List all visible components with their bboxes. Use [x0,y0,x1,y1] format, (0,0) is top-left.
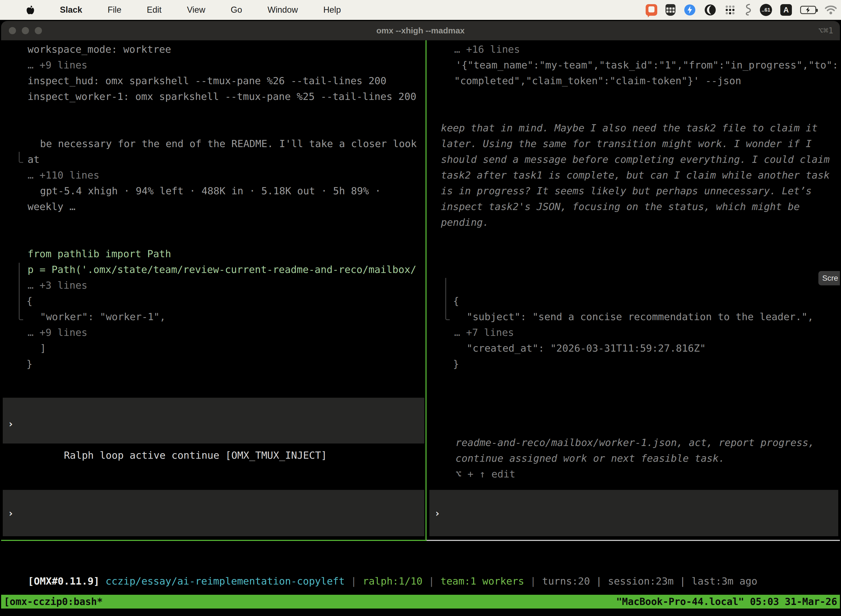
blank-line [428,372,840,387]
injected-message-text: Ralph loop active continue [OMX_TMUX_INJ… [50,450,327,461]
collapsed-lines-indicator: … +3 lines [1,277,425,293]
command-line: cat "$OMX_TEAM_STATE_ROOT/team/review-cu… [428,262,840,277]
thinking-line: task2 after task1 is complete, but can I… [428,167,840,183]
mailbox-message-line: continue assigned work or next feasible … [428,450,840,466]
thinking-line: should send a message before completing … [428,151,840,167]
menu-view[interactable]: View [187,5,205,15]
collapsed-lines-indicator: … +7 lines [428,324,840,340]
badge-61-icon[interactable]: ..61 [760,4,772,16]
tree-connector [19,152,23,163]
collapsed-lines-indicator: … +16 lines [428,41,840,57]
tmux-host-clock: "MacBook-Pro-44.local" 05:03 31-Mar-26 [616,595,837,609]
json-output-line: "created_at": "2026-03-31T11:59:27.816Z" [428,340,840,356]
thinking-line: inspect task2's JSON, focusing on the st… [428,199,840,214]
prompt-input[interactable]: › Improve documentation in @filename [3,490,424,536]
privacy-shield-icon[interactable] [665,4,675,16]
tree-connector [445,278,450,320]
menu-edit[interactable]: Edit [147,5,161,15]
battery-charging-icon[interactable] [800,6,816,14]
command-line: tasks/task-2.json" [428,277,840,293]
json-output-line: { [1,293,425,309]
tmux-pane-right[interactable]: … +16 lines '{"team_name":"my-team","tas… [428,40,840,540]
collapsed-lines-indicator: … +9 lines [1,324,425,340]
prompt-input[interactable]: › Explain this codebase [429,490,838,536]
json-output-line: } [428,356,840,372]
sync-bolt-icon[interactable] [684,4,696,16]
window-title: omx --xhigh --madmax [1,21,840,40]
dot-grid-icon[interactable] [725,4,736,15]
prompt-chevron: › [434,505,440,521]
json-output-line: ] [1,340,425,356]
tmux-status-bar: [omx-cczip0:bash* "MacBook-Pro-44.local"… [1,595,840,609]
tree-connector [19,263,23,320]
command-output-line: weekly … [1,199,425,214]
terminal-line: workspace_mode: worktree [1,41,425,57]
waiting-status-line: •Waiting for background terminal (3m 46s… [428,387,840,403]
dark-crescent-icon[interactable] [704,4,716,16]
json-output-line: { [428,293,840,309]
menu-help[interactable]: Help [323,5,341,15]
pane-border-active [1,540,426,541]
json-output-line: } [1,356,425,372]
terminal-line: inspect_worker-1: omx sparkshell --tmux-… [1,89,425,104]
thinking-line: keep that in mind. Maybe I also need the… [428,120,840,136]
prompt-chevron: › [8,505,14,521]
mailbox-message-line: ↳1 new msg(s): read $OMX_TEAM_STATE_ROOT… [428,419,840,435]
blank-line [1,214,425,230]
json-output-line: "subject": "send a concise recommendatio… [428,309,840,324]
blank-line [428,89,840,104]
blank-line [1,104,425,120]
menu-app-name[interactable]: Slack [60,5,82,15]
thinking-line: •I need to get the claim token from the … [428,104,840,120]
wifi-icon[interactable] [825,5,837,15]
edit-hint: ⌥ + ↑ edit [428,466,840,482]
thinking-line: later. Using the same for transition mig… [428,136,840,151]
ran-command-line: •Ran tmux capture-pane -t %25 -p -S -80 [1,120,425,136]
menu-bar: Slack File Edit View Go Window Help ..61… [0,0,841,20]
window-shortcut-hint: ⌥⌘1 [818,21,833,40]
terminal-line: inspect_hud: omx sparkshell --tmux-pane … [1,73,425,89]
command-output-line: at [1,151,425,167]
thinking-line: is in progress? It seems likely but perh… [428,183,840,199]
ran-command-line: •Ran python3 - <<'PY' [1,230,425,246]
code-line: p = Path('.omx/state/team/review-current… [1,262,425,277]
prompt-chevron: › [8,416,14,432]
collapsed-lines-indicator: … +110 lines [1,167,425,183]
input-source-icon[interactable]: A [780,4,792,16]
collapsed-lines-indicator: … +9 lines [1,57,425,73]
pane-border-inactive [426,540,840,541]
terminal-window: omx --xhigh --madmax ⌥⌘1 workspace_mode:… [1,21,840,616]
json-output-line: "worker": "worker-1", [1,309,425,324]
screenshot-chat-icon[interactable] [646,4,657,16]
blank-line [428,403,840,419]
menu-go[interactable]: Go [231,5,242,15]
tmux-session-name: [omx-cczip0:bash* [4,595,103,609]
blank-line [428,230,840,246]
tmux-pane-left[interactable]: workspace_mode: worktree … +9 lines insp… [1,40,425,540]
command-output-line: be necessary for the end of the README. … [1,136,425,151]
command-output-line: gpt-5.4 xhigh · 94% left · 488K in · 5.1… [1,183,425,199]
working-status-line: •Working (6m 38s • esc to interrupt) [1,465,425,481]
window-title-bar[interactable]: omx --xhigh --madmax ⌥⌘1 [1,21,840,40]
injected-message-band: › Ralph loop active continue [OMX_TMUX_I… [3,398,424,443]
mailbox-message-line: readme-and-reco/mailbox/worker-1.json, a… [428,435,840,450]
thinking-line: pending. [428,214,840,230]
code-line: from pathlib import Path [1,246,425,262]
json-output-line: "completed","claim_token":"claim-token"}… [428,73,840,89]
menu-window[interactable]: Window [267,5,298,15]
json-output-line: '{"team_name":"my-team","task_id":"1","f… [428,57,840,73]
pane-divider[interactable] [425,40,426,541]
ran-command-line: •Ran set -euo pipefail [428,246,840,262]
apple-menu-icon[interactable] [26,5,35,15]
squiggle-icon[interactable] [744,4,752,16]
screen-overlay-button[interactable]: Scre [818,271,840,285]
menu-file[interactable]: File [108,5,122,15]
